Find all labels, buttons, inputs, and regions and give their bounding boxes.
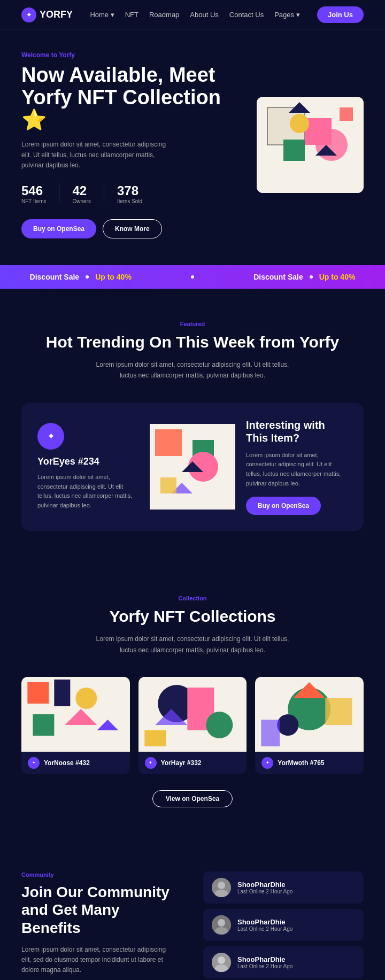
hero-know-button[interactable]: Know More: [103, 219, 162, 238]
community-desc: Lorem ipsum dolor sit amet, consectetur …: [21, 945, 171, 976]
hero-stats: 546 NFT Items 42 Owners 378 Items Sold: [21, 183, 241, 204]
svg-point-36: [218, 882, 225, 889]
user-name-1: ShooPharDhie: [237, 881, 292, 889]
community-avatar-1: [212, 878, 231, 897]
featured-section: Featured Hot Trending On This Week from …: [0, 289, 385, 563]
collection-section: Collection Yorfy NFT Collections Lorem i…: [0, 563, 385, 839]
community-tag: Community: [21, 871, 182, 878]
svg-point-26: [206, 712, 233, 738]
nav-about[interactable]: About Us: [190, 11, 218, 19]
svg-point-39: [218, 919, 225, 927]
navbar: ✦ YORFY Home ▾ NFT Roadmap About Us Cont…: [0, 0, 385, 30]
nft-avatar-3: ✦: [261, 757, 273, 769]
logo-text: YORFY: [40, 9, 73, 20]
featured-tag: Featured: [21, 321, 364, 327]
stat-divider-2: [104, 183, 104, 204]
collection-title: Yorfy NFT Collections: [21, 607, 364, 626]
nft-avatar-2: ✦: [145, 757, 157, 769]
hero-art: [257, 97, 364, 193]
hero-art-svg: [257, 97, 364, 193]
stat-owners-num: 42: [72, 183, 90, 198]
view-opensea-button[interactable]: View on OpenSea: [152, 790, 233, 807]
community-card-2: ShooPharDhie Last Online 2 Hour Ago: [203, 909, 364, 941]
interest-desc: Lorem ipsum dolor sit amet, consectetur …: [246, 451, 348, 488]
trending-logo: ✦: [37, 423, 64, 450]
banner-dot-2: [191, 275, 194, 279]
stat-owners-label: Owners: [72, 198, 90, 204]
svg-rect-17: [27, 682, 49, 704]
trending-opensea-button[interactable]: Buy on OpenSea: [246, 497, 321, 515]
stat-nft-num: 546: [21, 183, 46, 198]
nav-logo[interactable]: ✦ YORFY: [21, 7, 73, 22]
trending-left: ✦ YorEyes #234 Lorem ipsum dolor sit ame…: [37, 423, 139, 510]
svg-rect-18: [54, 680, 70, 706]
svg-rect-21: [33, 714, 54, 736]
banner-item-2: Discount Sale Up to 40%: [253, 273, 355, 281]
nft-avatar-1: ✦: [28, 757, 40, 769]
banner-sale-2: Discount Sale: [253, 273, 303, 281]
interest-title: Interesting with This Item?: [246, 419, 348, 444]
trending-desc: Lorem ipsum dolor sit amet, consectetur …: [37, 473, 139, 510]
svg-point-3: [315, 129, 348, 161]
community-avatar-2: [212, 915, 231, 935]
svg-rect-8: [340, 107, 353, 121]
hero-section: Welcome to Yorfy Now Available, Meet Yor…: [0, 30, 385, 265]
nav-home[interactable]: Home ▾: [90, 11, 114, 19]
featured-desc: Lorem ipsum dolor sit amet, consectetur …: [91, 359, 294, 381]
nft-grid: ✦ YorNoose #432 ✦ YorHayr #332: [21, 677, 364, 774]
user-time-3: Last Online 2 Hour Ago: [237, 963, 292, 969]
nft-img-2: [138, 677, 247, 752]
community-section: Community Join Our Community and Get Man…: [0, 839, 385, 980]
logo-icon: ✦: [21, 7, 36, 22]
featured-title: Hot Trending On This Week from Yorfy: [21, 333, 364, 352]
nav-contact[interactable]: Contact Us: [229, 11, 264, 19]
nft-footer-3: ✦ YorMwoth #765: [255, 752, 364, 774]
banner-dot-1: [86, 275, 89, 279]
svg-rect-5: [283, 140, 305, 161]
svg-rect-28: [144, 730, 166, 746]
banner-dot-3: [310, 275, 313, 279]
discount-banner-1: Discount Sale Up to 40% Discount Sale Up…: [0, 265, 385, 289]
collection-tag: Collection: [21, 595, 364, 601]
nft-name-1: YorNoose #432: [44, 759, 90, 767]
nft-card-2: ✦ YorHayr #332: [138, 677, 247, 774]
stat-nft-label: NFT Items: [21, 198, 46, 204]
nav-roadmap[interactable]: Roadmap: [149, 11, 179, 19]
nft-card-1: ✦ YorNoose #432: [21, 677, 130, 774]
nav-nft[interactable]: NFT: [125, 11, 138, 19]
nft-card-3: ✦ YorMwoth #765: [255, 677, 364, 774]
collection-desc: Lorem ipsum dolor sit amet, consectetur …: [91, 634, 294, 655]
user-time-1: Last Online 2 Hour Ago: [237, 889, 292, 894]
community-card-1: ShooPharDhie Last Online 2 Hour Ago: [203, 871, 364, 904]
banner-item-1: Discount Sale Up to 40%: [30, 273, 132, 281]
banner-sale-1: Discount Sale: [30, 273, 80, 281]
hero-welcome: Welcome to Yorfy: [21, 51, 241, 59]
svg-rect-10: [155, 429, 182, 456]
join-button[interactable]: Join Us: [317, 6, 364, 23]
hero-opensea-button[interactable]: Buy on OpenSea: [21, 219, 96, 238]
svg-point-19: [75, 688, 97, 709]
community-user-info-3: ShooPharDhie Last Online 2 Hour Ago: [237, 955, 292, 969]
svg-rect-32: [326, 698, 352, 725]
trending-art: [150, 424, 235, 510]
community-left: Community Join Our Community and Get Man…: [21, 871, 182, 980]
nft-name-2: YorHayr #332: [161, 759, 202, 767]
stat-sold-num: 378: [117, 183, 142, 198]
hero-title: Now Available, Meet Yorfy NFT Collection…: [21, 64, 241, 131]
user-name-3: ShooPharDhie: [237, 955, 292, 963]
community-card-3: ShooPharDhie Last Online 2 Hour Ago: [203, 946, 364, 978]
community-right: ShooPharDhie Last Online 2 Hour Ago Shoo…: [203, 871, 364, 978]
hero-stat-owners: 42 Owners: [72, 183, 90, 204]
nft-name-3: YorMwoth #765: [278, 759, 324, 767]
trending-card: ✦ YorEyes #234 Lorem ipsum dolor sit ame…: [21, 403, 364, 531]
nft-footer-1: ✦ YorNoose #432: [21, 752, 130, 774]
nav-pages[interactable]: Pages ▾: [274, 11, 299, 19]
svg-point-31: [278, 714, 299, 736]
community-user-info-2: ShooPharDhie Last Online 2 Hour Ago: [237, 918, 292, 932]
community-avatar-3: [212, 953, 231, 972]
svg-point-42: [218, 956, 225, 964]
hero-left: Welcome to Yorfy Now Available, Meet Yor…: [21, 51, 241, 238]
nft-img-1: [21, 677, 130, 752]
trending-name: YorEyes #234: [37, 456, 139, 467]
user-name-2: ShooPharDhie: [237, 918, 292, 926]
